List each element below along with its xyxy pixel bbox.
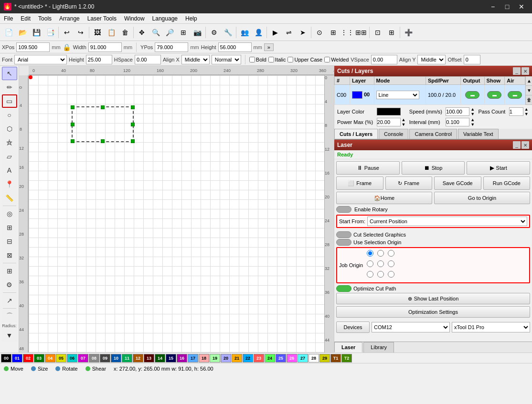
grid-tool[interactable]: ⊞: [2, 264, 17, 278]
tab-console[interactable]: Console: [379, 129, 408, 139]
color-T2[interactable]: T2: [341, 354, 352, 363]
tab-library[interactable]: Library: [363, 342, 394, 352]
close-button[interactable]: ✕: [515, 2, 528, 11]
lock-icon[interactable]: 🔒: [63, 43, 71, 52]
power-spinner[interactable]: ▲▼: [402, 117, 406, 127]
font-select[interactable]: Arial: [14, 55, 67, 64]
measure-tool[interactable]: 📍: [2, 177, 17, 191]
output-toggle[interactable]: ▬: [465, 91, 479, 99]
origin-mr[interactable]: [388, 260, 394, 267]
save-as-button[interactable]: 📑: [43, 26, 57, 39]
row-air[interactable]: ▬: [505, 85, 525, 105]
color-02[interactable]: 02: [23, 354, 33, 363]
color-06[interactable]: 06: [67, 354, 77, 363]
group-tool[interactable]: ⊞: [2, 221, 17, 234]
color-25[interactable]: 25: [276, 354, 286, 363]
menu-help[interactable]: Help: [181, 13, 201, 24]
welded-checkbox[interactable]: [324, 57, 330, 62]
color-14[interactable]: 14: [155, 354, 165, 363]
com-select[interactable]: COM12: [372, 322, 450, 332]
color-29[interactable]: 29: [319, 354, 330, 363]
stop-button[interactable]: ⏹ Stop: [402, 161, 465, 175]
color-01[interactable]: 01: [12, 354, 22, 363]
speed-input[interactable]: [446, 107, 469, 116]
tab-cuts-layers[interactable]: Cuts / Layers: [334, 129, 378, 139]
color-22[interactable]: 22: [243, 354, 253, 363]
laser-minimize[interactable]: _: [513, 141, 521, 149]
color-08[interactable]: 08: [89, 354, 99, 363]
frame2-button[interactable]: ↻ Frame: [385, 176, 433, 190]
cuts-scroll-down[interactable]: ▼: [526, 86, 532, 95]
font-height-input[interactable]: [86, 55, 112, 64]
hspace-input[interactable]: [135, 55, 161, 64]
text-tool[interactable]: A: [2, 164, 17, 177]
use-selection-toggle[interactable]: [336, 239, 351, 246]
color-09[interactable]: 09: [100, 354, 110, 363]
curve-tool[interactable]: ↗: [2, 294, 17, 307]
color-13[interactable]: 13: [144, 354, 154, 363]
handle-top-mid[interactable]: [101, 105, 105, 109]
height-input[interactable]: [218, 42, 252, 52]
color-15[interactable]: 15: [166, 354, 176, 363]
import-button[interactable]: 🖼: [91, 26, 104, 39]
menu-tools[interactable]: Tools: [34, 13, 55, 24]
array-tool[interactable]: ⊟: [2, 235, 17, 248]
circle-btn[interactable]: ⊙: [313, 26, 326, 39]
machine-btn[interactable]: ⊡: [371, 26, 384, 39]
add-button[interactable]: ➕: [402, 26, 415, 39]
color-21[interactable]: 21: [232, 354, 242, 363]
origin-br[interactable]: [388, 271, 394, 278]
menu-arrange[interactable]: Arrange: [55, 13, 84, 24]
optimize-cut-toggle[interactable]: [336, 285, 351, 292]
rotate-tool[interactable]: ⚙: [2, 278, 17, 291]
redo-button[interactable]: ↪: [74, 26, 87, 39]
color-18[interactable]: 18: [199, 354, 209, 363]
origin-bl[interactable]: [367, 271, 373, 278]
alignx-select[interactable]: Middle: [181, 55, 210, 64]
color-16[interactable]: 16: [177, 354, 187, 363]
align-button[interactable]: ⊞: [327, 26, 340, 39]
row-output[interactable]: ▬: [461, 85, 484, 105]
tab-camera-control[interactable]: Camera Control: [409, 129, 457, 139]
ruler-tool[interactable]: 📏: [2, 191, 17, 205]
tab-variable-text[interactable]: Variable Text: [458, 129, 499, 139]
run-gcode-button[interactable]: Run GCode: [483, 176, 531, 190]
color-19[interactable]: 19: [210, 354, 220, 363]
radius-tool[interactable]: ⌒: [2, 310, 17, 323]
start-from-select[interactable]: Current Position Absolute Coords User Or…: [367, 217, 527, 226]
color-17[interactable]: 17: [188, 354, 198, 363]
enable-rotary-toggle[interactable]: [336, 206, 351, 213]
open-button[interactable]: 📂: [16, 26, 29, 39]
nodes-button[interactable]: ⋮⋮: [340, 26, 354, 39]
play-button[interactable]: ▶: [268, 26, 282, 39]
polygon-tool[interactable]: ⬡: [2, 122, 17, 135]
show-last-pos-button[interactable]: ⊕ Show Last Position: [336, 293, 530, 304]
pause-button[interactable]: ⏸ Pause: [336, 161, 400, 175]
ellipse-tool[interactable]: ○: [2, 108, 17, 122]
color-11[interactable]: 11: [122, 354, 132, 363]
zoom-fit-button[interactable]: ⊞: [177, 26, 190, 39]
move-button[interactable]: ✥: [135, 26, 149, 39]
color-28[interactable]: 28: [309, 354, 319, 363]
send-button[interactable]: ➤: [296, 26, 309, 39]
tools-button[interactable]: 🔧: [221, 26, 234, 39]
handle-left-mid[interactable]: [71, 123, 74, 126]
path-tool[interactable]: ▱: [2, 150, 17, 163]
substract-tool[interactable]: ⊠: [2, 249, 17, 262]
settings-button[interactable]: ⚙: [207, 26, 221, 39]
rectangle-tool[interactable]: ▭: [2, 94, 17, 108]
color-12[interactable]: 12: [133, 354, 143, 363]
canvas-area[interactable]: 0 40 80 120 160 200 240 280 320 360 400 …: [19, 66, 334, 352]
zoom-out-button[interactable]: 🔎: [163, 26, 176, 39]
tab-laser[interactable]: Laser: [334, 342, 362, 352]
cut-selected-toggle[interactable]: [336, 231, 351, 238]
power-max-input[interactable]: [377, 118, 401, 126]
italic-checkbox[interactable]: [268, 57, 274, 62]
color-04[interactable]: 04: [45, 354, 55, 363]
color-20[interactable]: 20: [221, 354, 231, 363]
color-26[interactable]: 26: [287, 354, 297, 363]
cuts-delete-btn[interactable]: 🗑: [526, 95, 532, 105]
handle-bottom-mid[interactable]: [101, 139, 105, 143]
row-layer[interactable]: 00: [350, 85, 374, 105]
edit-nodes-tool[interactable]: ✏: [2, 81, 17, 94]
